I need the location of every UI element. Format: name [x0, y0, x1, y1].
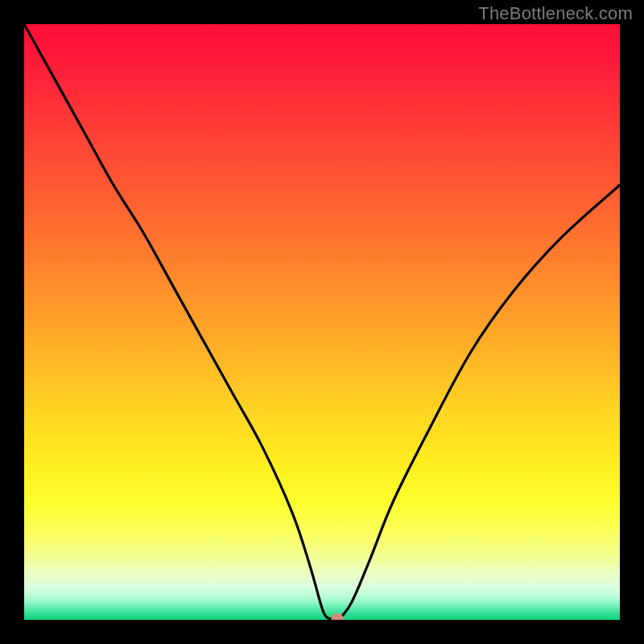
watermark-label: TheBottleneck.com [478, 3, 633, 24]
chart-frame: TheBottleneck.com [0, 0, 644, 644]
min-point-marker [331, 613, 343, 620]
bottleneck-curve [24, 24, 620, 620]
plot-area [24, 24, 620, 620]
